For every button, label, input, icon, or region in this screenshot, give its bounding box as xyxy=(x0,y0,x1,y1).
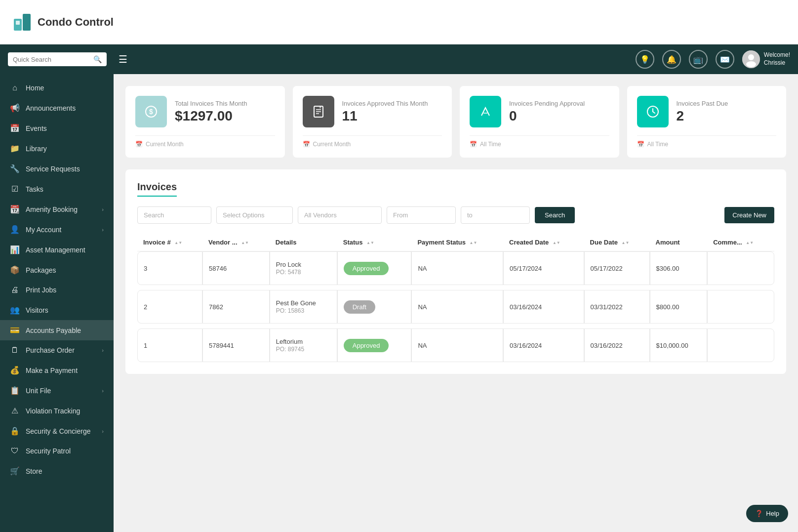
asset-management-icon: 📊 xyxy=(10,245,20,254)
sidebar-label-my-account: My Account xyxy=(26,226,96,234)
col-details: Details xyxy=(270,234,337,251)
accounts-payable-icon: 💳 xyxy=(10,326,20,335)
total-invoices-icon-box: $ xyxy=(135,96,167,127)
invoices-approved-label: Invoices Approved This Month xyxy=(342,99,428,108)
app-name: Condo Control xyxy=(38,16,114,29)
sidebar-item-accounts-payable[interactable]: 💳 Accounts Payable xyxy=(0,320,114,340)
user-menu[interactable]: Welcome! Chrissie xyxy=(742,50,790,68)
service-requests-icon: 🔧 xyxy=(10,164,20,173)
sidebar-label-announcements: Announcements xyxy=(26,104,104,112)
invoices-past-due-icon-box xyxy=(637,96,669,127)
quick-search-input[interactable] xyxy=(13,56,90,63)
sidebar-item-unit-file[interactable]: 📋 Unit File › xyxy=(0,380,114,401)
visitors-icon: 👥 xyxy=(10,305,20,315)
cell-status: Draft xyxy=(337,290,412,324)
my-account-arrow: › xyxy=(102,227,104,233)
sidebar-label-tasks: Tasks xyxy=(26,185,104,193)
table-row[interactable]: 3 58746 Pro LockPO: 5478 Approved NA 05/… xyxy=(137,251,774,285)
sidebar-item-security-concierge[interactable]: 🔒 Security & Concierge › xyxy=(0,421,114,441)
sidebar-item-purchase-order[interactable]: 🗒 Purchase Order › xyxy=(0,340,114,360)
col-vendor[interactable]: Vendor ... ▲▼ xyxy=(202,234,270,251)
invoices-approved-icon-box: $ xyxy=(303,96,334,127)
sort-vendor: ▲▼ xyxy=(241,241,249,245)
avatar xyxy=(742,50,760,68)
col-comments[interactable]: Comme... ▲▼ xyxy=(707,234,774,251)
sidebar-item-asset-management[interactable]: 📊 Asset Management xyxy=(0,240,114,260)
sidebar-item-security-patrol[interactable]: 🛡 Security Patrol xyxy=(0,441,114,461)
sidebar-item-packages[interactable]: 📦 Packages xyxy=(0,260,114,280)
sidebar-label-events: Events xyxy=(26,124,104,132)
svg-rect-2 xyxy=(23,14,31,31)
cell-amount: $306.00 xyxy=(650,251,708,285)
invoices-pending-label: Invoices Pending Approval xyxy=(509,99,585,108)
table-row[interactable]: 1 5789441 LeftoriumPO: 89745 Approved NA… xyxy=(137,328,774,362)
cell-due-date: 05/17/2022 xyxy=(584,251,650,285)
sidebar-item-visitors[interactable]: 👥 Visitors xyxy=(0,300,114,320)
sidebar-label-store: Store xyxy=(26,467,104,475)
svg-text:$: $ xyxy=(319,105,321,109)
sidebar-label-library: Library xyxy=(26,145,104,153)
sidebar-item-events[interactable]: 📅 Events xyxy=(0,118,114,138)
sidebar-item-library[interactable]: 📁 Library xyxy=(0,138,114,159)
sidebar-item-announcements[interactable]: 📢 Announcements xyxy=(0,98,114,118)
broadcast-icon-btn[interactable]: 📺 xyxy=(689,50,708,69)
create-new-button[interactable]: Create New xyxy=(724,207,774,223)
sidebar-item-service-requests[interactable]: 🔧 Service Requests xyxy=(0,159,114,179)
status-select-input[interactable] xyxy=(216,206,293,224)
message-icon-btn[interactable]: ✉️ xyxy=(716,50,734,69)
cell-due-date: 03/16/2022 xyxy=(584,328,650,362)
make-payment-icon: 💰 xyxy=(10,366,20,375)
col-due-date[interactable]: Due Date ▲▼ xyxy=(584,234,650,251)
svg-point-6 xyxy=(746,61,756,67)
cell-invoice-num: 1 xyxy=(137,328,202,362)
help-button[interactable]: ❓ Help xyxy=(746,505,788,522)
search-box[interactable]: 🔍 xyxy=(8,52,107,66)
sort-comments: ▲▼ xyxy=(746,241,754,245)
cell-amount: $800.00 xyxy=(650,290,708,324)
sidebar-item-violation-tracking[interactable]: ⚠ Violation Tracking xyxy=(0,401,114,421)
purchase-order-arrow: › xyxy=(102,347,104,353)
sidebar-item-home[interactable]: ⌂ Home xyxy=(0,78,114,98)
col-payment-status[interactable]: Payment Status ▲▼ xyxy=(411,234,503,251)
sidebar-item-store[interactable]: 🛒 Store xyxy=(0,461,114,481)
sidebar-item-make-payment[interactable]: 💰 Make a Payment xyxy=(0,360,114,380)
vendor-filter-input[interactable] xyxy=(298,206,382,224)
sidebar: ⌂ Home 📢 Announcements 📅 Events 📁 Librar… xyxy=(0,74,114,532)
sort-due-date: ▲▼ xyxy=(622,241,630,245)
sort-payment-status: ▲▼ xyxy=(470,241,478,245)
sort-created-date: ▲▼ xyxy=(553,241,560,245)
search-icon: 🔍 xyxy=(93,55,102,63)
cell-vendor-num: 7862 xyxy=(202,290,270,324)
invoices-section: Invoices Search Create New Invoice # ▲▼ xyxy=(125,169,786,374)
col-invoice-num[interactable]: Invoice # ▲▼ xyxy=(137,234,202,251)
total-invoices-footer: 📅 Current Month xyxy=(135,135,275,148)
notification-icon-btn[interactable]: 🔔 xyxy=(662,50,681,69)
sidebar-item-my-account[interactable]: 👤 My Account › xyxy=(0,219,114,240)
table-row[interactable]: 2 7862 Pest Be GonePO: 15863 Draft NA 03… xyxy=(137,290,774,324)
svg-rect-3 xyxy=(16,21,20,25)
sidebar-item-tasks[interactable]: ☑ Tasks xyxy=(0,179,114,199)
search-button[interactable]: Search xyxy=(535,207,575,223)
lightbulb-icon-btn[interactable]: 💡 xyxy=(636,50,654,69)
invoice-search-input[interactable] xyxy=(137,206,211,224)
total-invoices-label: Total Invoices This Month xyxy=(175,99,247,108)
home-icon: ⌂ xyxy=(10,83,20,92)
sidebar-item-print-jobs[interactable]: 🖨 Print Jobs xyxy=(0,280,114,300)
invoices-pending-icon-box xyxy=(470,96,501,127)
col-status[interactable]: Status ▲▼ xyxy=(337,234,412,251)
svg-text:$: $ xyxy=(149,108,153,116)
sidebar-item-amenity-booking[interactable]: 📆 Amenity Booking › xyxy=(0,199,114,219)
nav-bar: 🔍 ☰ 💡 🔔 📺 ✉️ Welcome! Chrissie xyxy=(0,44,798,74)
my-account-icon: 👤 xyxy=(10,225,20,234)
invoices-pending-value: 0 xyxy=(509,108,585,124)
sidebar-label-accounts-payable: Accounts Payable xyxy=(26,327,104,334)
date-from-input[interactable] xyxy=(387,206,456,224)
cell-vendor-num: 5789441 xyxy=(202,328,270,362)
hamburger-icon[interactable]: ☰ xyxy=(119,53,127,65)
logo-icon xyxy=(12,12,33,33)
sidebar-label-packages: Packages xyxy=(26,266,104,274)
col-created-date[interactable]: Created Date ▲▼ xyxy=(503,234,584,251)
invoices-past-due-value: 2 xyxy=(677,108,728,124)
date-to-input[interactable] xyxy=(461,206,530,224)
security-concierge-arrow: › xyxy=(102,428,104,434)
